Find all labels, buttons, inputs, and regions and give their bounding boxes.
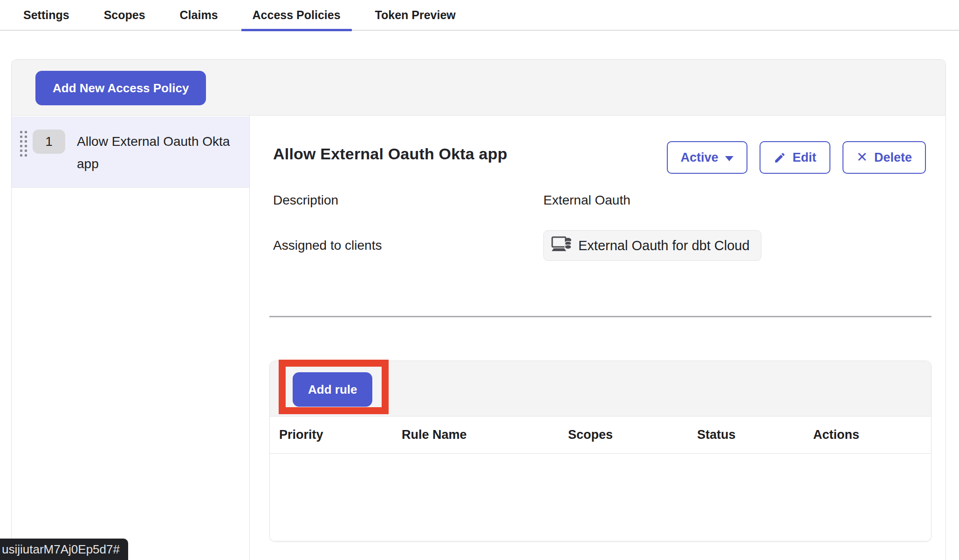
link-preview-tooltip: usijiutarM7Aj0Ep5d7# [0,539,128,560]
policy-name: Allow External Oauth Okta app [77,130,246,175]
policy-actions: Active Edit ✕ Delete [667,141,926,174]
add-new-access-policy-button[interactable]: Add New Access Policy [35,71,206,105]
pencil-icon [774,151,786,164]
assigned-clients-label: Assigned to clients [273,238,543,253]
assigned-clients-row: Assigned to clients External Oauth for d… [273,230,932,261]
tab-token-preview[interactable]: Token Preview [364,0,467,30]
panel-body: 1 Allow External Oauth Okta app Allow Ex… [12,116,945,560]
column-header-rule-name: Rule Name [402,428,568,442]
detail-header: Allow External Oauth Okta app Active Edi… [269,141,932,174]
tab-scopes[interactable]: Scopes [93,0,157,30]
panel-toolbar: Add New Access Policy [12,60,945,116]
tab-bar: Settings Scopes Claims Access Policies T… [0,0,959,31]
x-icon: ✕ [856,150,868,164]
rules-table-empty-body [270,454,931,541]
rules-table-header: Priority Rule Name Scopes Status Actions [270,417,931,454]
access-policies-panel: Add New Access Policy 1 Allow External O… [11,59,946,560]
tab-access-policies[interactable]: Access Policies [241,0,352,30]
section-divider [269,316,932,317]
edit-button[interactable]: Edit [760,141,830,174]
client-chip[interactable]: External Oauth for dbt Cloud [543,230,761,261]
description-label: Description [273,193,543,208]
policy-list-item-selected[interactable]: 1 Allow External Oauth Okta app [12,116,249,188]
column-header-actions: Actions [813,428,931,442]
drag-handle-icon[interactable] [20,131,27,157]
delete-button[interactable]: ✕ Delete [843,141,926,174]
client-app-icon [550,236,573,255]
rules-card: Add rule Priority Rule Name Scopes Statu… [269,361,932,541]
priority-badge: 1 [33,130,65,154]
tab-settings[interactable]: Settings [12,0,81,30]
description-row: Description External Oauth [273,193,932,208]
column-header-status: Status [697,428,813,442]
column-header-priority: Priority [279,428,402,442]
column-header-scopes: Scopes [568,428,697,442]
description-value: External Oauth [543,193,932,208]
add-rule-button[interactable]: Add rule [293,372,372,407]
policy-list: 1 Allow External Oauth Okta app [12,116,250,560]
policy-detail: Allow External Oauth Okta app Active Edi… [250,116,945,560]
caret-down-icon [725,156,733,161]
tab-claims[interactable]: Claims [169,0,229,30]
status-dropdown-button[interactable]: Active [667,141,747,174]
policy-title: Allow External Oauth Okta app [273,145,507,163]
